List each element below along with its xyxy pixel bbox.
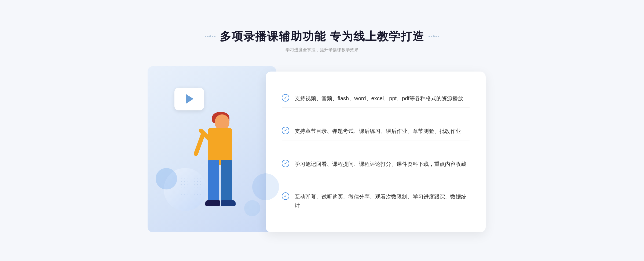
title-dots-right	[429, 35, 439, 37]
title-dots-left	[205, 35, 215, 37]
dot-9	[436, 36, 437, 37]
feature-item-2: ✓ 支持章节目录、弹题考试、课后练习、课后作业、章节测验、批改作业	[282, 122, 470, 140]
play-bubble	[174, 88, 204, 110]
check-icon-3: ✓	[282, 160, 289, 167]
person-shoe-right	[221, 200, 236, 206]
title-text: 多项录播课辅助功能 专为线上教学打造	[220, 29, 424, 44]
content-area: »	[148, 66, 496, 232]
play-triangle-icon	[186, 94, 193, 104]
feature-item-4: ✓ 互动弹幕、试听购买、微信分享、观看次数限制、学习进度跟踪、数据统计	[282, 188, 470, 214]
person-illustration	[185, 104, 239, 232]
dot-8	[433, 35, 435, 37]
check-icon-2: ✓	[282, 127, 289, 134]
dot-7	[431, 36, 432, 37]
check-icon-1: ✓	[282, 94, 289, 102]
circle-decoration-small	[156, 168, 177, 189]
deco-circle-blue	[252, 173, 279, 200]
dot-2	[207, 36, 208, 37]
page-wrapper: 多项录播课辅助功能 专为线上教学打造 学习进度全掌握，提升录播课教学效果 »	[0, 0, 644, 261]
subtitle: 学习进度全掌握，提升录播课教学效果	[205, 47, 439, 53]
deco-circle-light	[244, 200, 260, 216]
check-mark-3: ✓	[284, 162, 287, 165]
dot-10	[438, 36, 439, 37]
dot-6	[429, 36, 430, 37]
dot-5	[214, 36, 215, 37]
features-panel: ✓ 支持视频、音频、flash、word、excel、ppt、pdf等各种格式的…	[266, 72, 486, 232]
feature-text-2: 支持章节目录、弹题考试、课后练习、课后作业、章节测验、批改作业	[295, 127, 461, 135]
feature-item-1: ✓ 支持视频、音频、flash、word、excel、ppt、pdf等各种格式的…	[282, 89, 470, 108]
feature-text-3: 学习笔记回看、课程提问、课程评论打分、课件资料下载，重点内容收藏	[295, 160, 466, 168]
person-pants-right	[221, 160, 232, 203]
dot-1	[205, 36, 206, 37]
check-mark-2: ✓	[284, 129, 287, 132]
person-shoe-left	[205, 200, 220, 206]
feature-text-1: 支持视频、音频、flash、word、excel、ppt、pdf等各种格式的资源…	[295, 94, 463, 103]
dot-4	[212, 36, 213, 37]
person-body	[208, 128, 232, 165]
dot-3	[209, 35, 211, 37]
check-mark-4: ✓	[284, 194, 287, 198]
main-title: 多项录播课辅助功能 专为线上教学打造	[205, 29, 439, 44]
header-section: 多项录播课辅助功能 专为线上教学打造 学习进度全掌握，提升录播课教学效果	[205, 29, 439, 53]
check-mark-1: ✓	[284, 96, 287, 100]
person-arm-right	[193, 132, 206, 156]
feature-item-3: ✓ 学习笔记回看、课程提问、课程评论打分、课件资料下载，重点内容收藏	[282, 155, 470, 173]
feature-text-4: 互动弹幕、试听购买、微信分享、观看次数限制、学习进度跟踪、数据统计	[295, 192, 470, 210]
check-icon-4: ✓	[282, 192, 289, 200]
person-pants-left	[208, 160, 219, 203]
